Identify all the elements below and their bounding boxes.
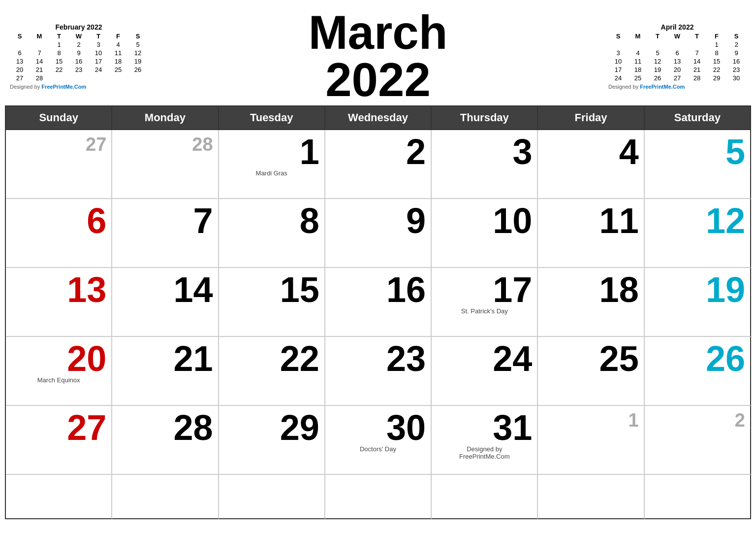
mini-cal-cell: 20	[667, 66, 687, 74]
mini-cal-cell: 30	[726, 74, 746, 82]
day-number: 26	[706, 341, 745, 376]
calendar-day-cell: 14	[112, 268, 219, 337]
feb-col-s2: S	[128, 32, 148, 40]
mini-cal-cell: 12	[128, 49, 148, 57]
mini-cal-cell: 27	[10, 74, 30, 82]
year: 2022	[148, 56, 608, 103]
calendar-day-cell: 19	[645, 268, 751, 337]
calendar-day-cell: 17St. Patrick's Day	[432, 268, 538, 337]
calendar-day-cell	[325, 475, 432, 519]
mini-cal-cell	[89, 74, 108, 82]
calendar-day-cell	[645, 475, 751, 519]
calendar-day-cell: 9	[325, 199, 432, 268]
mini-cal-cell	[128, 74, 148, 82]
february-mini-calendar: February 2022 S M T W T F S 123456789101…	[10, 23, 148, 90]
mini-cal-cell	[108, 74, 128, 82]
calendar-day-cell: 26	[645, 337, 751, 406]
mini-cal-cell: 23	[69, 66, 89, 74]
day-number: 18	[599, 272, 639, 307]
day-number: 9	[406, 203, 426, 238]
mini-cal-cell: 29	[707, 74, 726, 82]
mini-cal-cell: 8	[707, 49, 726, 57]
mini-cal-cell: 18	[628, 66, 648, 74]
day-number: 23	[386, 341, 426, 376]
header: February 2022 S M T W T F S 123456789101…	[5, 5, 751, 105]
mini-cal-cell	[667, 40, 687, 49]
april-mini-calendar: April 2022 S M T W T F S 123456789101112…	[608, 23, 746, 90]
mini-cal-cell: 7	[30, 49, 49, 57]
calendar-day-cell: 18	[538, 268, 644, 337]
calendar-day-cell: 6	[6, 199, 112, 268]
mini-cal-cell	[608, 40, 628, 49]
day-number-outside: 1	[629, 410, 639, 431]
mini-cal-cell: 21	[687, 66, 707, 74]
calendar-day-cell: 2	[325, 130, 432, 199]
apr-table: S M T W T F S 12345678910111213141516171…	[608, 32, 746, 82]
mini-cal-cell: 13	[667, 57, 687, 66]
mini-cal-cell: 8	[49, 49, 69, 57]
apr-col-t1: T	[648, 32, 667, 40]
mini-cal-cell: 12	[648, 57, 667, 66]
apr-col-w: W	[667, 32, 687, 40]
apr-title: April 2022	[608, 23, 746, 31]
calendar-grid: SundayMondayTuesdayWednesdayThursdayFrid…	[5, 105, 751, 519]
mini-cal-cell: 17	[608, 66, 628, 74]
calendar-day-cell: 31Designed by FreePrintMe.Com	[432, 406, 538, 475]
day-header-wednesday: Wednesday	[325, 106, 432, 130]
calendar-day-cell: 30Doctors' Day	[325, 406, 432, 475]
day-number: 24	[493, 341, 532, 376]
day-number: 7	[193, 203, 213, 238]
mini-cal-cell: 1	[49, 40, 69, 49]
mini-cal-cell: 22	[49, 66, 69, 74]
apr-col-s1: S	[608, 32, 628, 40]
mini-cal-cell: 23	[726, 66, 746, 74]
calendar-day-cell	[6, 475, 112, 519]
feb-title: February 2022	[10, 23, 148, 31]
day-number: 6	[87, 203, 106, 238]
day-number: 10	[493, 203, 532, 238]
calendar-day-cell	[112, 475, 219, 519]
apr-brand: FreePrintMe.Com	[640, 84, 685, 90]
mini-cal-cell: 4	[108, 40, 128, 49]
mini-cal-cell: 2	[69, 40, 89, 49]
calendar-day-cell: 21	[112, 337, 219, 406]
feb-col-f: F	[108, 32, 128, 40]
mini-cal-cell: 1	[707, 40, 726, 49]
calendar-day-cell: 5	[645, 130, 751, 199]
day-number: 4	[619, 134, 639, 169]
mini-cal-cell: 22	[707, 66, 726, 74]
mini-cal-cell: 27	[667, 74, 687, 82]
calendar-day-cell: 10	[432, 199, 538, 268]
day-number: 27	[67, 410, 106, 445]
mini-cal-cell	[69, 74, 89, 82]
mini-cal-cell: 18	[108, 57, 128, 66]
calendar-day-cell: 12	[645, 199, 751, 268]
mini-cal-cell	[628, 40, 648, 49]
day-number: 11	[599, 203, 639, 238]
mini-cal-cell: 3	[608, 49, 628, 57]
calendar-day-cell	[432, 475, 538, 519]
day-number-outside: 27	[86, 134, 106, 155]
calendar-day-cell: 7	[112, 199, 219, 268]
apr-col-f: F	[707, 32, 726, 40]
mini-cal-cell: 24	[89, 66, 108, 74]
calendar-day-cell: 11	[538, 199, 644, 268]
apr-credit: Designed by FreePrintMe.Com	[608, 84, 746, 90]
mini-cal-cell: 15	[49, 57, 69, 66]
feb-table: S M T W T F S 12345678910111213141516171…	[10, 32, 148, 82]
mini-cal-cell: 9	[726, 49, 746, 57]
calendar-day-cell: 22	[219, 337, 325, 406]
calendar-day-cell: 25	[538, 337, 644, 406]
calendar-day-cell: 28	[112, 130, 219, 199]
calendar-day-cell: 4	[538, 130, 644, 199]
mini-cal-cell: 11	[108, 49, 128, 57]
calendar-day-cell: 13	[6, 268, 112, 337]
day-header-sunday: Sunday	[6, 106, 112, 130]
mini-cal-cell	[30, 40, 49, 49]
mini-cal-cell: 11	[628, 57, 648, 66]
feb-col-t2: T	[89, 32, 108, 40]
day-header-monday: Monday	[112, 106, 219, 130]
day-number: 19	[706, 272, 745, 307]
mini-cal-cell: 10	[608, 57, 628, 66]
mini-cal-cell: 5	[648, 49, 667, 57]
